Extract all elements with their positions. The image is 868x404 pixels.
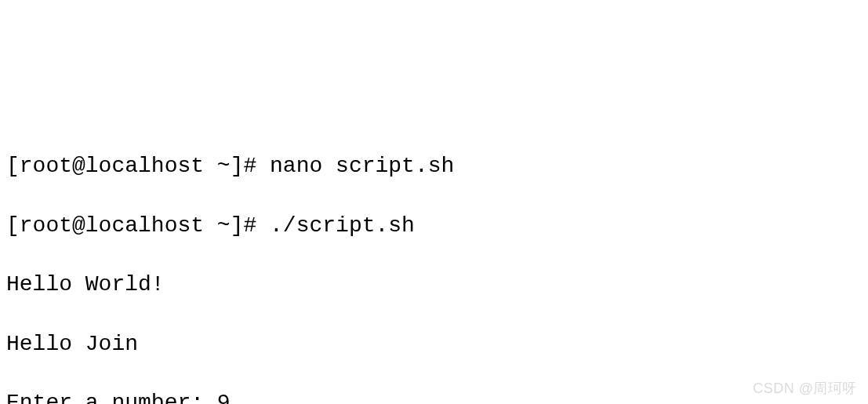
terminal-line: [root@localhost ~]# nano script.sh — [6, 151, 862, 181]
shell-prompt: [root@localhost ~]# — [6, 213, 270, 238]
shell-command: nano script.sh — [270, 154, 454, 178]
watermark-text: CSDN @周珂呀 — [753, 379, 857, 398]
terminal-line: [root@localhost ~]# ./script.sh — [6, 211, 862, 241]
shell-command: ./script.sh — [270, 213, 415, 238]
output-line: Hello World! — [6, 270, 862, 300]
output-line: Hello Join — [6, 329, 862, 359]
shell-prompt: [root@localhost ~]# — [6, 154, 270, 178]
terminal-output[interactable]: [root@localhost ~]# nano script.sh [root… — [6, 122, 862, 404]
output-line: Enter a number: 9 — [6, 388, 862, 404]
